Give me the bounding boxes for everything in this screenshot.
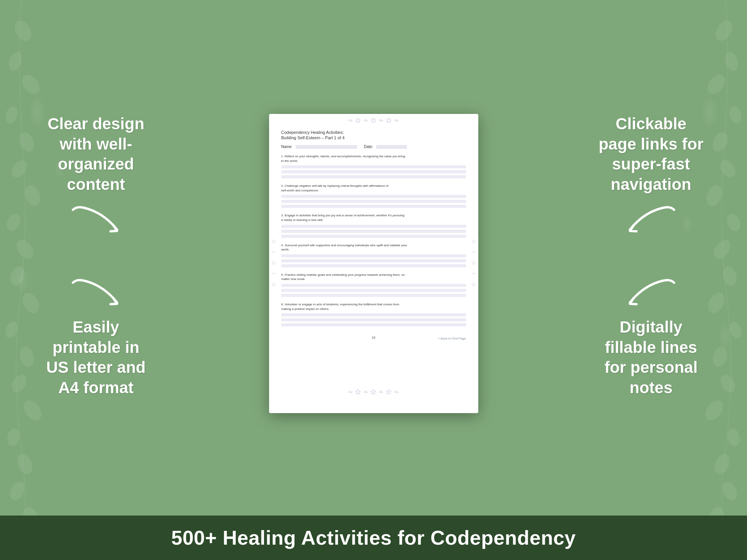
doc-line[interactable]: [281, 284, 466, 287]
doc-item-6-text: 6. Volunteer or engage in acts of kindne…: [281, 302, 466, 311]
doc-line[interactable]: [281, 170, 466, 173]
doc-item-3-lines: [281, 225, 466, 238]
doc-line[interactable]: [281, 225, 466, 228]
digitally-fillable-text: Digitally fillable lines for personal no…: [605, 317, 698, 398]
doc-item-6: 6. Volunteer or engage in acts of kindne…: [281, 302, 466, 326]
doc-line[interactable]: [281, 313, 466, 316]
easily-printable-text: Easily printable in US letter and A4 for…: [46, 317, 145, 398]
right-column: Clickable page links for super-fast navi…: [586, 114, 716, 413]
clear-design-text: Clear design with well- organized conten…: [48, 114, 144, 194]
bottom-banner: 500+ Healing Activities for Codependency: [0, 516, 747, 560]
arrow-left-down-1: [624, 202, 678, 237]
left-column: Clear design with well- organized conten…: [31, 114, 161, 413]
doc-line[interactable]: [281, 205, 466, 208]
doc-name-date-row: Name: Date:: [281, 145, 466, 149]
doc-line[interactable]: [281, 230, 466, 233]
doc-name-label: Name:: [281, 145, 293, 149]
feature-clear-design: Clear design with well- organized conten…: [48, 114, 144, 237]
clickable-links-text: Clickable page links for super-fast navi…: [598, 114, 703, 194]
doc-item-2: 2. Challenge negative self-talk by repla…: [281, 184, 466, 208]
main-layout: Clear design with well- organized conten…: [0, 0, 747, 560]
bottom-banner-text: 500+ Healing Activities for Codependency: [171, 527, 576, 549]
doc-line[interactable]: [281, 254, 466, 257]
doc-floral-left: ✿ ❧ ✿ ❧ ✿: [271, 238, 277, 289]
doc-item-4-text: 4. Surround yourself with supportive and…: [281, 243, 466, 252]
feature-digitally-fillable: Digitally fillable lines for personal no…: [605, 275, 698, 398]
doc-item-1-text: 1. Reflect on your strengths, talents, a…: [281, 154, 466, 163]
doc-line[interactable]: [281, 195, 466, 198]
doc-item-4: 4. Surround yourself with supportive and…: [281, 243, 466, 267]
doc-item-5: 5. Practice setting realistic goals and …: [281, 273, 466, 297]
doc-subtitle: Building Self-Esteem – Part 1 of 4: [281, 135, 466, 140]
content-area: Clear design with well- organized conten…: [0, 0, 747, 516]
doc-floral-right: ✿ ❧ ✿ ❧ ✿: [471, 238, 477, 289]
doc-item-5-text: 5. Practice setting realistic goals and …: [281, 273, 466, 282]
doc-title: Codependency Healing Activities:: [281, 130, 466, 135]
doc-line[interactable]: [281, 264, 466, 267]
doc-floral-bottom: ❧ ✿ ❧ ✿ ❧ ✿ ❧: [347, 388, 399, 396]
doc-item-3: 3. Engage in activities that bring you j…: [281, 213, 466, 237]
doc-item-4-lines: [281, 254, 466, 267]
doc-line[interactable]: [281, 289, 466, 292]
document-wrapper: ❧ ✿ ❧ ✿ ❧ ✿ ❧ ✿ ❧ ✿ ❧ ✿ ✿ ❧ ✿ ❧ ✿ ❧ ✿ ❧ …: [161, 114, 586, 413]
doc-item-6-lines: [281, 313, 466, 326]
doc-item-1-lines: [281, 165, 466, 178]
doc-line[interactable]: [281, 200, 466, 203]
doc-line[interactable]: [281, 175, 466, 178]
doc-line[interactable]: [281, 318, 466, 321]
doc-item-2-lines: [281, 195, 466, 208]
document-page: ❧ ✿ ❧ ✿ ❧ ✿ ❧ ✿ ❧ ✿ ❧ ✿ ✿ ❧ ✿ ❧ ✿ ❧ ✿ ❧ …: [269, 114, 478, 413]
doc-item-5-lines: [281, 284, 466, 297]
doc-floral-top: ❧ ✿ ❧ ✿ ❧ ✿ ❧: [347, 116, 399, 125]
arrow-left-down-2: [624, 275, 678, 310]
doc-line[interactable]: [281, 235, 466, 238]
doc-page-number: 16: [343, 336, 404, 339]
doc-line[interactable]: [281, 165, 466, 168]
doc-date-label: Date:: [364, 145, 373, 149]
doc-back-link[interactable]: + Back to First Page: [438, 337, 466, 340]
doc-item-1: 1. Reflect on your strengths, talents, a…: [281, 154, 466, 178]
doc-item-3-text: 3. Engage in activities that bring you j…: [281, 213, 466, 222]
doc-line[interactable]: [281, 259, 466, 262]
doc-name-field[interactable]: [296, 145, 357, 149]
feature-clickable-links: Clickable page links for super-fast navi…: [598, 114, 703, 237]
doc-footer: 16 + Back to First Page: [281, 332, 466, 341]
doc-date-field[interactable]: [376, 145, 407, 149]
feature-easily-printable: Easily printable in US letter and A4 for…: [46, 275, 145, 398]
arrow-right-down-1: [69, 202, 123, 237]
arrow-right-down-2: [69, 275, 123, 310]
doc-line[interactable]: [281, 323, 466, 326]
doc-item-2-text: 2. Challenge negative self-talk by repla…: [281, 184, 466, 193]
doc-line[interactable]: [281, 294, 466, 297]
